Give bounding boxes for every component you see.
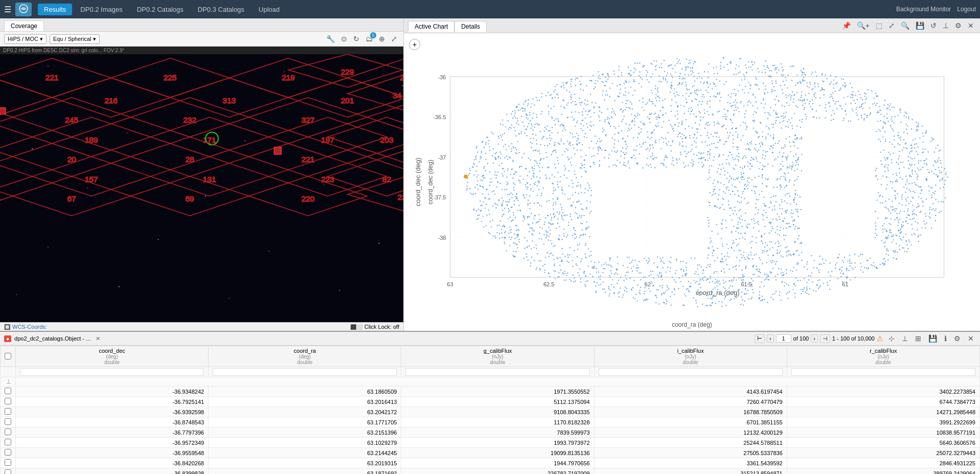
wcs-coords-label: WCS-Coords:: [12, 324, 47, 330]
prev-page-btn[interactable]: ‹: [767, 334, 774, 343]
table-body: -36.934824263.18605091971.35505524143.61…: [1, 387, 980, 475]
table-cell: 6701.3851155: [594, 417, 787, 427]
tab-active-chart[interactable]: Active Chart: [408, 21, 454, 32]
table-cell: -36.9559548: [16, 448, 209, 458]
zoom-box-btn[interactable]: ⬚: [874, 20, 884, 31]
col-header-coord-dec: coord_dec (deg) double: [16, 346, 209, 367]
nav-tab-dp03-catalogs[interactable]: DP0.3 Catalogs: [192, 4, 250, 15]
nav-tab-dp02-images[interactable]: DP0.2 Images: [74, 4, 128, 15]
last-page-btn[interactable]: ⊣: [820, 334, 830, 343]
equ-spherical-dropdown[interactable]: Equ / Spherical ▾: [50, 34, 100, 44]
hamburger-menu[interactable]: ☰: [4, 5, 11, 14]
svg-point-24: [48, 247, 49, 248]
svg-text:203: 203: [380, 136, 394, 144]
table-header-bar: ● dpo2_dc2_catalogs.Object - ... ✕ ⊢ ‹ o…: [0, 332, 980, 346]
filter-g-flux[interactable]: [405, 368, 589, 376]
expand-chart-btn[interactable]: ⤢: [886, 20, 897, 31]
filter-r-flux[interactable]: [791, 368, 975, 376]
save-chart-btn[interactable]: 💾: [914, 20, 926, 31]
table-cell: 63.1771705: [209, 417, 401, 427]
table-cell: 25244.5788511: [594, 438, 787, 448]
table-row: -36.939259863.20421729108.804333516788.7…: [1, 407, 980, 417]
pin-chart-btn[interactable]: 📌: [840, 20, 853, 31]
table-row: -36.842026863.20193151944.79706563361.54…: [1, 458, 980, 468]
row-checkbox[interactable]: [5, 439, 11, 445]
settings-chart-btn[interactable]: ⚙: [953, 20, 964, 31]
row-checkbox[interactable]: [5, 469, 11, 474]
table-row: -36.957234963.10292791993.797397225244.5…: [1, 438, 980, 448]
logout-link[interactable]: Logout: [957, 6, 976, 13]
table-settings-btn[interactable]: ⚙: [952, 333, 963, 344]
svg-text:-36.5: -36.5: [433, 114, 446, 120]
table-close-btn[interactable]: ✕: [96, 335, 100, 342]
table-cell: 7260.4770479: [594, 397, 787, 407]
row-checkbox[interactable]: [5, 398, 11, 404]
expand-icon-btn[interactable]: ⤢: [389, 34, 399, 44]
zoom-in-btn[interactable]: 🔍+: [855, 20, 872, 31]
tab-details[interactable]: Details: [454, 21, 487, 32]
first-page-btn[interactable]: ⊢: [755, 334, 765, 343]
coverage-tab[interactable]: Coverage: [4, 20, 44, 31]
svg-point-19: [205, 195, 206, 196]
table-select-btn[interactable]: ⊹: [886, 333, 897, 344]
hips-moc-dropdown[interactable]: HiPS / MOC ▾: [4, 34, 47, 44]
svg-point-27: [378, 243, 379, 244]
y-axis-label: coord_dec (deg): [427, 160, 434, 204]
table-cell: -36.7925141: [16, 397, 209, 407]
table-cell: -36.8399828: [16, 468, 209, 475]
rotate-icon-btn[interactable]: ↻: [351, 34, 361, 44]
background-monitor-link[interactable]: Background Monitor: [896, 6, 951, 13]
col-header-r-calib-flux: r_calibFlux (nJy) double: [787, 346, 979, 367]
table-close2-btn[interactable]: ✕: [966, 333, 976, 344]
nav-tab-results[interactable]: Results: [38, 4, 72, 15]
layers-icon-btn[interactable]: 🗂 5: [363, 34, 375, 44]
sky-map-canvas[interactable]: 59 221 225 219 229 210 123 237 216 313 2…: [0, 54, 403, 322]
svg-text:-37.5: -37.5: [433, 194, 446, 200]
row-checkbox[interactable]: [5, 428, 11, 435]
filter-coord-dec[interactable]: [20, 368, 204, 376]
svg-text:229: 229: [341, 67, 354, 76]
chart-area: coord_dec (deg) coord_ra (deg): [404, 33, 980, 331]
page-number-input[interactable]: [776, 334, 791, 343]
svg-point-11: [32, 148, 33, 149]
filter-i-flux[interactable]: [599, 368, 783, 376]
table-info-btn[interactable]: ℹ: [942, 333, 949, 344]
add-chart-btn[interactable]: +: [409, 39, 420, 50]
crosshair-icon-btn[interactable]: ⊕: [377, 34, 387, 44]
nav-tab-dp02-catalogs[interactable]: DP0.2 Catalogs: [131, 4, 190, 15]
row-checkbox[interactable]: [5, 449, 11, 456]
svg-point-30: [16, 294, 17, 295]
svg-text:210: 210: [400, 73, 403, 82]
zoom-fit-btn[interactable]: 🔍: [899, 20, 911, 31]
table-col-btn[interactable]: ⊞: [913, 333, 923, 344]
filter-coord-ra[interactable]: [213, 368, 397, 376]
next-page-btn[interactable]: ›: [811, 334, 818, 343]
table-cell: 1944.7970656: [401, 458, 594, 468]
filter-chart-btn[interactable]: ⊥: [941, 20, 951, 31]
wrench-icon-btn[interactable]: 🔧: [324, 34, 337, 44]
nav-tab-upload[interactable]: Upload: [253, 4, 286, 15]
table-cell: 1170.8182328: [401, 417, 594, 427]
svg-point-32: [229, 298, 230, 299]
row-checkbox[interactable]: [5, 459, 11, 466]
close-chart-btn[interactable]: ✕: [966, 20, 976, 31]
table-cell: 63.1029279: [209, 438, 401, 448]
row-checkbox[interactable]: [5, 388, 11, 394]
table-cell: 63.2042172: [209, 407, 401, 417]
table-save-btn[interactable]: 💾: [926, 333, 939, 344]
click-lock-toggle[interactable]: ⬛⬜ Click Lock: off: [350, 324, 399, 330]
table-filter-btn[interactable]: ⊥: [900, 333, 910, 344]
row-checkbox[interactable]: [5, 408, 11, 415]
table-tag: ●: [4, 335, 11, 342]
table-cell: 9108.8043335: [401, 407, 594, 417]
svg-point-4: [48, 65, 49, 66]
table-cell: 5640.3606576: [787, 438, 979, 448]
data-table-container[interactable]: coord_dec (deg) double coord_ra (deg) do…: [0, 346, 980, 474]
select-icon-btn[interactable]: ⊙: [339, 34, 349, 44]
sky-map-svg: 59 221 225 219 229 210 123 237 216 313 2…: [0, 54, 403, 322]
restore-chart-btn[interactable]: ↺: [928, 20, 939, 31]
table-cell: 63.2151396: [209, 427, 401, 438]
table-cell: 6744.7384773: [787, 397, 979, 407]
row-checkbox[interactable]: [5, 418, 11, 425]
select-all-checkbox[interactable]: [1, 346, 16, 367]
